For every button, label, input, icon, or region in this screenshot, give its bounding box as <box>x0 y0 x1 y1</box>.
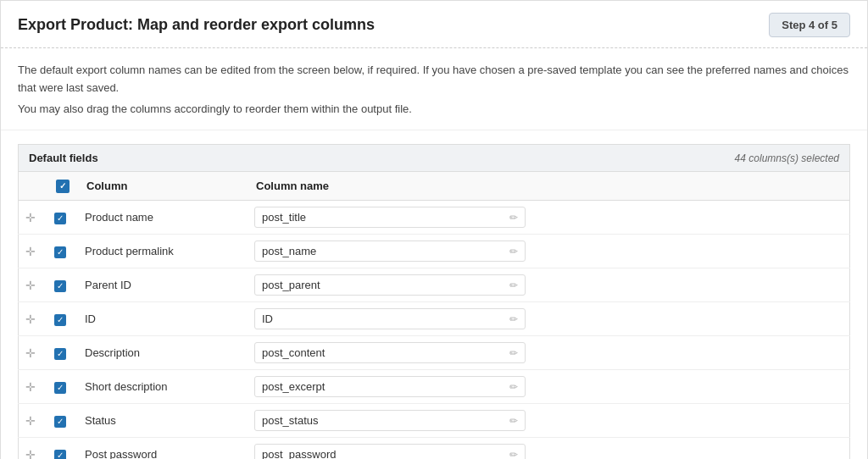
column-name-value: post_content <box>262 346 509 359</box>
columns-selected-count: 44 columns(s) selected <box>735 152 839 164</box>
column-name-input-wrapper: post_name ✏ <box>254 241 526 262</box>
column-name-input-wrapper: post_parent ✏ <box>254 274 526 296</box>
column-name-input-wrapper: post_excerpt ✏ <box>254 376 526 397</box>
row-checkbox[interactable]: ✓ <box>54 314 66 326</box>
column-name-value: post_name <box>262 245 509 257</box>
column-header-column: Column <box>78 172 248 201</box>
select-all-checkbox[interactable]: ✓ <box>56 180 70 193</box>
row-column-name-cell: post_parent ✏ <box>248 268 850 302</box>
row-column-name-cell: post_title ✏ <box>248 201 850 235</box>
check-icon: ✓ <box>57 451 64 459</box>
drag-cell[interactable]: ✛ <box>19 268 48 302</box>
drag-cell[interactable]: ✛ <box>19 370 48 404</box>
drag-handle-icon[interactable]: ✛ <box>25 245 41 258</box>
edit-icon[interactable]: ✏ <box>509 279 518 291</box>
edit-icon[interactable]: ✏ <box>509 381 518 393</box>
drag-handle-icon[interactable]: ✛ <box>25 211 41 224</box>
row-checkbox[interactable]: ✓ <box>54 348 66 360</box>
edit-icon[interactable]: ✏ <box>509 347 518 359</box>
description-line1: The default export column names can be e… <box>18 62 850 97</box>
column-name-value: post_parent <box>262 279 509 291</box>
row-checkbox[interactable]: ✓ <box>54 382 66 394</box>
column-name-input-wrapper: ID ✏ <box>254 308 526 329</box>
drag-cell[interactable]: ✛ <box>19 302 48 336</box>
row-checkbox[interactable]: ✓ <box>54 450 66 459</box>
table-header-bar: Default fields 44 columns(s) selected <box>18 144 850 171</box>
row-column-name-cell: post_content ✏ <box>248 336 850 370</box>
description-line2: You may also drag the columns accordingl… <box>18 101 850 119</box>
drag-handle-icon[interactable]: ✛ <box>25 414 41 428</box>
row-checkbox-cell[interactable]: ✓ <box>47 438 78 459</box>
edit-icon[interactable]: ✏ <box>509 313 518 325</box>
check-icon: ✓ <box>59 182 66 191</box>
row-checkbox[interactable]: ✓ <box>54 280 66 292</box>
row-column-label: Short description <box>78 370 248 404</box>
drag-handle-icon[interactable]: ✛ <box>25 380 41 394</box>
drag-handle-icon[interactable]: ✛ <box>25 346 41 360</box>
column-name-input-wrapper: post_content ✏ <box>254 342 526 363</box>
row-column-name-cell: post_name ✏ <box>248 235 850 268</box>
row-column-name-cell: post_status ✏ <box>248 404 850 438</box>
row-checkbox-cell[interactable]: ✓ <box>47 370 78 404</box>
row-column-label: Post password <box>78 438 248 459</box>
edit-icon[interactable]: ✏ <box>509 212 518 224</box>
default-fields-label: Default fields <box>29 152 98 164</box>
edit-icon[interactable]: ✏ <box>509 415 518 427</box>
drag-handle-icon[interactable]: ✛ <box>25 448 41 459</box>
row-column-label: Product name <box>78 201 248 235</box>
check-icon: ✓ <box>57 214 64 223</box>
table-row: ✛ ✓ Short description post_excerpt ✏ <box>19 370 850 404</box>
row-checkbox-cell[interactable]: ✓ <box>47 404 78 438</box>
table-header-row: ✓ Column Column name <box>19 172 850 201</box>
table-row: ✛ ✓ Product name post_title ✏ <box>19 201 850 235</box>
table-row: ✛ ✓ Status post_status ✏ <box>19 404 850 438</box>
row-column-name-cell: post_excerpt ✏ <box>248 370 850 404</box>
column-name-value: post_title <box>262 211 509 224</box>
columns-table: ✓ Column Column name ✛ ✓ Product name <box>18 171 850 459</box>
check-icon: ✓ <box>57 418 64 426</box>
drag-cell[interactable]: ✛ <box>19 201 48 235</box>
table-row: ✛ ✓ ID ID ✏ <box>19 302 850 336</box>
page-wrapper: Export Product: Map and reorder export c… <box>0 0 868 459</box>
check-icon: ✓ <box>57 282 64 290</box>
edit-icon[interactable]: ✏ <box>509 246 518 257</box>
row-checkbox-cell[interactable]: ✓ <box>47 268 78 302</box>
row-column-name-cell: ID ✏ <box>248 302 850 336</box>
drag-cell[interactable]: ✛ <box>19 438 48 459</box>
edit-icon[interactable]: ✏ <box>509 449 518 459</box>
row-checkbox-cell[interactable]: ✓ <box>47 235 78 268</box>
row-column-label: Description <box>78 336 248 370</box>
drag-handle-icon[interactable]: ✛ <box>25 279 41 292</box>
row-checkbox-cell[interactable]: ✓ <box>47 336 78 370</box>
header: Export Product: Map and reorder export c… <box>1 1 867 48</box>
header-drag-spacer <box>19 172 48 201</box>
row-checkbox-cell[interactable]: ✓ <box>47 201 78 235</box>
table-section: Default fields 44 columns(s) selected ✓ … <box>1 130 867 459</box>
header-checkbox-cell[interactable]: ✓ <box>47 172 78 201</box>
drag-cell[interactable]: ✛ <box>19 235 48 268</box>
drag-cell[interactable]: ✛ <box>19 404 48 438</box>
row-column-label: Status <box>78 404 248 438</box>
drag-cell[interactable]: ✛ <box>19 336 48 370</box>
table-body: ✛ ✓ Product name post_title ✏ ✛ ✓ <box>19 201 850 459</box>
column-header-name: Column name <box>248 172 850 201</box>
row-column-label: Product permalink <box>78 235 248 268</box>
page-title: Export Product: Map and reorder export c… <box>18 16 375 34</box>
row-checkbox[interactable]: ✓ <box>54 246 66 258</box>
row-column-label: ID <box>78 302 248 336</box>
row-checkbox[interactable]: ✓ <box>54 416 66 428</box>
column-name-input-wrapper: post_password ✏ <box>254 444 526 459</box>
row-checkbox-cell[interactable]: ✓ <box>47 302 78 336</box>
column-name-value: post_status <box>262 414 509 427</box>
row-checkbox[interactable]: ✓ <box>54 213 66 224</box>
check-icon: ✓ <box>57 248 64 257</box>
column-name-input-wrapper: post_status ✏ <box>254 410 526 431</box>
description-block: The default export column names can be e… <box>1 48 867 130</box>
row-column-name-cell: post_password ✏ <box>248 438 850 459</box>
column-name-input-wrapper: post_title ✏ <box>254 207 526 228</box>
drag-handle-icon[interactable]: ✛ <box>25 312 41 326</box>
table-row: ✛ ✓ Parent ID post_parent ✏ <box>19 268 850 302</box>
table-row: ✛ ✓ Post password post_password ✏ <box>19 438 850 459</box>
column-name-value: ID <box>262 312 509 325</box>
column-name-value: post_excerpt <box>262 380 509 393</box>
